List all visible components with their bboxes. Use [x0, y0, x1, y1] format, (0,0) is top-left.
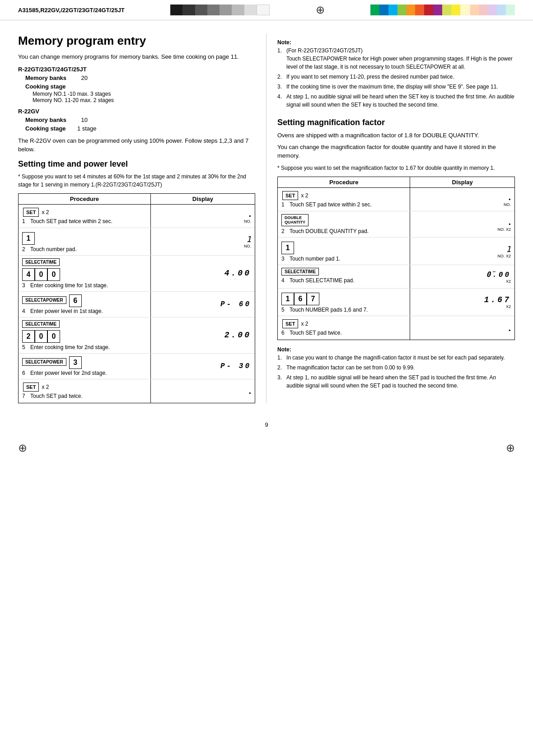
display-3: 4.00 — [151, 256, 255, 291]
step-text-1: Touch SET pad twice within 2 sec. — [30, 218, 112, 224]
numpad-cell-2[interactable]: 2 — [22, 330, 35, 343]
numpad-cell-mag-1[interactable]: 1 — [281, 242, 294, 254]
double-quantity-btn[interactable]: DOUBLEQUANTITY — [281, 214, 309, 227]
step-text-6: Enter power level for 2nd stage. — [30, 370, 107, 376]
mag-display-4: 0̈.00 X2 — [410, 265, 514, 288]
magnification-title: Setting magnification factor — [277, 118, 515, 127]
numpad-cell-0d[interactable]: 0 — [47, 330, 60, 343]
mag-step-2: DOUBLEQUANTITY 2 Touch DOUBLE QUANTITY p… — [278, 211, 410, 238]
numpad-cell-0a[interactable]: 0 — [35, 268, 47, 281]
mag-display-5: 1.67 X2 — [410, 289, 514, 316]
set-button-m1[interactable]: SET — [282, 191, 298, 200]
notes-magnification: Note: 1. In case you want to change the … — [277, 345, 515, 390]
set-button[interactable]: SET — [23, 208, 39, 217]
display-val-5: 2.00 — [224, 331, 251, 340]
mag-intro-2: You can change the magnification factor … — [277, 143, 515, 160]
note-label: Note: — [277, 39, 291, 46]
x2-label: x 2 — [42, 209, 49, 215]
note-item-1: 1. (For R-22GT/23GT/24GT/25JT)Touch SELE… — [277, 47, 515, 71]
memory-banks-value: 20 — [81, 75, 88, 81]
table-row: SET x 2 1 Touch SET pad twice within 2 s… — [19, 205, 255, 228]
col-procedure-label: Procedure — [19, 194, 151, 204]
numpad-200: 2 0 0 — [22, 330, 147, 343]
star-note-time: * Suppose you want to set 4 minutes at 6… — [18, 173, 255, 189]
numpad-cell-mag-6[interactable]: 6 — [294, 293, 307, 305]
selectapower-label-6[interactable]: SELECTAPOWER — [22, 358, 66, 366]
memory-banks-r22gv: Memory banks 10 — [25, 117, 255, 123]
numpad-cell-mag-1b[interactable]: 1 — [281, 293, 294, 305]
display-5: 2.00 — [151, 317, 255, 353]
note-item-4: 4. At step 1, no audible signal will be … — [277, 93, 515, 109]
x2-label-7: x 2 — [42, 384, 49, 390]
page-number: 9 — [0, 421, 533, 437]
set-button-m6[interactable]: SET — [282, 319, 298, 328]
procedure-table-time: Procedure Display SET x 2 1 Touch SET pa… — [18, 193, 255, 403]
display-4: P- 60 — [151, 292, 255, 317]
table-row: SET x 2 6 Touch SET pad twice. . — [278, 316, 514, 340]
numpad-1: 1 — [22, 232, 147, 245]
procedure-step-2: 1 2 Touch number pad. — [19, 228, 151, 255]
mag-intro-1: Ovens are shipped with a magnification f… — [277, 131, 515, 140]
notes-time-power: Note: 1. (For R-22GT/23GT/24GT/25JT)Touc… — [277, 38, 515, 109]
numpad-cell-3[interactable]: 3 — [69, 356, 82, 369]
numpad-cell-6[interactable]: 6 — [69, 294, 82, 307]
set-btn-row-m6: SET x 2 — [281, 319, 406, 329]
numpad-cell-mag-7[interactable]: 7 — [307, 293, 319, 305]
r22gv-note: The R-22GV oven can be programmed only u… — [18, 136, 255, 154]
table-header: Procedure Display — [19, 194, 255, 205]
numpad-cell-0b[interactable]: 0 — [47, 268, 60, 281]
set-btn-row-m1: SET x 2 — [281, 191, 406, 201]
memory-banks-label: Memory banks — [25, 75, 66, 81]
crosshair-bottom-right: ⊕ — [506, 442, 515, 454]
note-text-2: If you want to set memory 11-20, press t… — [286, 73, 454, 81]
mag-display-3: 1 NO. X2 — [410, 238, 514, 265]
memory-banks-r22gv-label: Memory banks — [25, 117, 66, 123]
display-val-3: 4.00 — [224, 269, 251, 278]
table-header-mag: Procedure Display — [278, 177, 514, 188]
mag-step-5: 1 6 7 5 Touch NUMBER pads 1,6 and 7. — [278, 289, 410, 316]
bottom-note-text-1: In case you want to change the magnifi-c… — [286, 354, 505, 362]
table-row: SELECTATIME 2 0 0 5 Enter cooking time f… — [19, 317, 255, 354]
selectatime-label-3[interactable]: SELECTATIME — [22, 258, 60, 266]
numpad-cell-0c[interactable]: 0 — [35, 330, 47, 343]
memory-banks-r22gt: Memory banks 20 — [25, 75, 255, 81]
bottom-note-1: 1. In case you want to change the magnif… — [277, 354, 515, 362]
set-button-7[interactable]: SET — [23, 383, 39, 392]
step-text-7: Touch SET pad twice. — [30, 393, 83, 399]
stage2: Memory NO. 11-20 max. 2 stages — [33, 97, 255, 103]
step-text-4: Enter power level in 1st stage. — [30, 308, 103, 314]
table-row: SELECTATIME 4 Touch SELECTATIME pad. 0̈.… — [278, 265, 514, 289]
cooking-stage-r22gv-value: 1 stage — [77, 125, 97, 132]
stage1: Memory NO.1 -10 max. 3 stages — [33, 91, 255, 97]
procedure-step-3: SELECTATIME 4 0 0 3 Enter cooking time f… — [19, 256, 151, 291]
table-row: 1 3 Touch number pad 1. 1 NO. X2 — [278, 238, 514, 265]
set-btn-row-7: SET x 2 — [22, 382, 147, 392]
crosshair-bottom-left: ⊕ — [18, 442, 27, 454]
display-no-2: NO. — [244, 244, 251, 248]
procedure-table-mag: Procedure Display SET x 2 1 Touch SET pa… — [277, 177, 515, 341]
selectatime-mag-btn[interactable]: SELECTATIME — [281, 268, 319, 275]
table-row: 1 2 Touch number pad. 1 NO. — [19, 228, 255, 256]
section-r22gt-label: R-22GT/23GT/24GT/25JT — [18, 66, 255, 73]
numpad-cell-4[interactable]: 4 — [22, 268, 35, 281]
table-row: SELECTAPOWER 6 4 Enter power level in 1s… — [19, 292, 255, 317]
mag-step-6: SET x 2 6 Touch SET pad twice. — [278, 316, 410, 340]
display-dot-7: . — [248, 386, 251, 396]
mag-display-2: . NO. X2 — [410, 211, 514, 238]
numpad-167: 1 6 7 — [281, 293, 406, 305]
table-row: 1 6 7 5 Touch NUMBER pads 1,6 and 7. 1.6… — [278, 289, 514, 316]
mag-display-6: . — [410, 316, 514, 340]
color-strip-left — [170, 5, 270, 15]
note-text-4: At step 1, no audible signal will be hea… — [286, 93, 515, 109]
header-bar: A31585,R22GV,/22GT/23GT/24GT/25JT ⊕ — [0, 0, 533, 20]
display-7: . — [151, 379, 255, 403]
step-number-4: 4 — [22, 308, 28, 314]
bottom-note-text-2: The magnification factor can be set from… — [286, 364, 415, 372]
selectatime-label-5[interactable]: SELECTATIME — [22, 320, 60, 328]
display-1: . NO. — [151, 205, 255, 228]
display-val-2: 1 — [246, 234, 251, 244]
cooking-stage-r22gv-label: Cooking stage — [25, 125, 66, 132]
numpad-cell-1[interactable]: 1 — [22, 232, 35, 245]
procedure-step-6: SELECTAPOWER 3 6 Enter power level for 2… — [19, 354, 151, 379]
selectapower-label-4[interactable]: SELECTAPOWER — [22, 296, 66, 304]
